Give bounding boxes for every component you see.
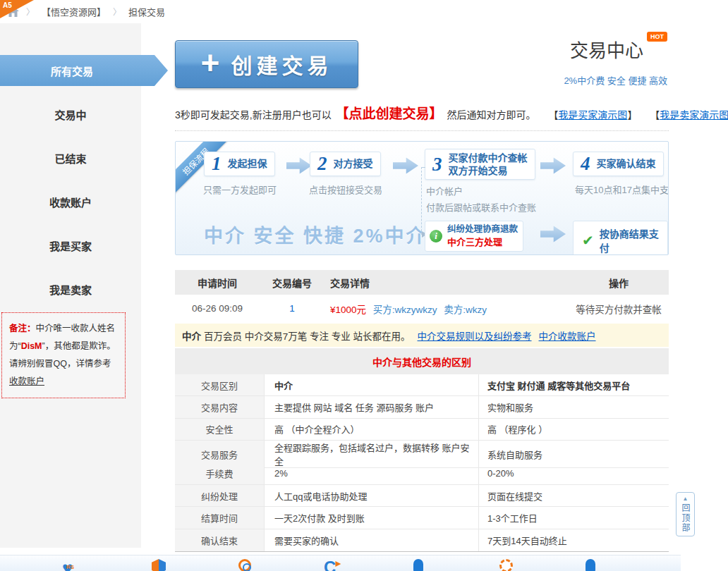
table-row: 交易区别 中介 支付宝 财付通 威客等其他交易平台 [175,374,669,396]
sidebar: 所有交易 交易中 已结束 收款账户 我是买家 我是卖家 备注：中介唯一收款人姓名… [0,23,141,548]
trade-id-link[interactable]: 1 [260,303,324,314]
transactions-table: 申请时间 交易编号 交易详情 操作 06-26 09:09 1 ¥1000元 买… [175,270,669,322]
create-trade-cta-link[interactable]: 【点此创建交易】 [336,106,443,121]
sidebar-menu: 所有交易 交易中 已结束 收款账户 我是买家 我是卖家 [0,23,141,311]
col-trade-detail: 交易详情 [324,276,569,290]
breadcrumb-separator: 〉 [26,6,35,18]
table-row: 交易内容 主要提供 网站 域名 任务 源码服务 账户 实物和服务 [175,396,669,418]
comparison-section-title: 中介与其他交易的区别 [175,348,669,374]
sidebar-item-trading[interactable]: 交易中 [0,92,141,136]
step-3-caption: 中介帐户 付款后跟帖或联系中介查账 [426,184,567,216]
step-1-box: 1 发起担保 [204,152,275,176]
col-trade-id: 交易编号 [260,276,324,290]
page-subtitle: 2%中介费 安全 便捷 高效 [564,73,667,87]
step-2-box: 2 对方接受 [310,152,381,176]
table-row: 交易服务 全程跟踪服务，包括域名过户，数据转移 账户安全 系统自助服务 [175,441,669,462]
arrow-right-icon [393,156,418,175]
shield-logo-icon[interactable] [152,559,166,571]
partner-footer-bar: ♥RS C [0,555,681,571]
table-row: 06-26 09:09 1 ¥1000元 买方:wkzywkzy 卖方:wkzy… [175,295,669,322]
transactions-table-header: 申请时间 交易编号 交易详情 操作 [175,270,669,295]
create-trade-label: 创建交易 [231,49,332,80]
dispute-handling-box: i 纠纷处理协商退款 中介三方处理 [425,221,523,252]
table-row: 确认结束 需要买家的确认 7天到14天自动终止 [175,529,669,551]
trade-status: 等待买方付款并查帐 [569,302,669,316]
sidebar-item-payment-account[interactable]: 收款账户 [0,180,141,223]
trade-buyer: 买方:wkzywkzy [373,305,437,315]
escrow-process-panel: 担保流程 1 发起担保 只需一方发起即可 2 对方接受 点击按钮接受交易 3 买… [175,141,669,255]
plus-icon: + [201,47,220,79]
breadcrumb: 〉 【悟空资源网】 〉 担保交易 [0,0,728,23]
promo-notice-bar: 中介 百万会员 中介交易7万笔 专注 专业 站长都在用。 中介交易规则以及纠纷参… [175,324,669,347]
step-3-number: 3 [432,155,442,174]
scam-warning-note: 备注：中介唯一收款人姓名为“DisM”，其他都是欺诈。请辨别假冒QQ，详情参考收… [1,312,126,398]
breadcrumb-current-page: 担保交易 [128,5,165,18]
trade-detail: ¥1000元 买方:wkzywkzy 卖方:wkzy [324,302,569,316]
sidebar-item-finished[interactable]: 已结束 [0,136,141,180]
create-trade-button[interactable]: + 创建交易 [175,40,358,88]
settlement-result-box: ✔ 按协商结果支付 [573,221,668,255]
trade-rules-link[interactable]: 中介交易规则以及纠纷参考 [418,329,532,343]
step-4-number: 4 [581,154,590,173]
slogan-text: 中介 安全 快捷 2%中介费 [204,221,423,248]
ring-logo-icon[interactable] [238,559,251,571]
step-1-caption: 只需一方发起即可 [194,183,286,199]
trade-price: ¥1000元 [330,305,366,315]
escrow-account-link[interactable]: 中介收款账户 [539,329,596,343]
step-4-box: 4 买家确认结束 [573,152,664,176]
breadcrumb-site-link[interactable]: 【悟空资源网】 [42,5,106,18]
intro-line: 3秒即可发起交易,新注册用户也可以 【点此创建交易】 然后通知对方即可。 【我是… [175,105,697,124]
heart-logo-icon[interactable]: ♥RS [62,559,73,571]
notice-bold: 中介 [182,329,201,343]
buyer-demo-link[interactable]: 【我是买家演示图】 [548,109,637,121]
info-icon: i [430,230,442,242]
main-content: + 创建交易 交易中心HOT 2%中介费 安全 便捷 高效 3秒即可发起交易,新… [141,23,728,548]
col-action: 操作 [569,276,669,290]
seller-demo-link[interactable]: 【我是卖家演示图】 [650,109,728,121]
sidebar-item-i-am-buyer[interactable]: 我是买家 [0,223,141,267]
trade-seller: 卖方:wkzy [444,305,487,315]
payee-name: DisM [21,341,42,351]
hot-badge: HOT [647,32,667,42]
up-triangle-icon: ▲ [683,496,688,502]
pill-logo-icon[interactable] [586,559,595,571]
arrow-right-icon [540,225,566,243]
breadcrumb-separator: 〉 [113,6,121,18]
table-row: 纠纷处理 人工qq或电话协助处理 页面在线提交 [175,485,669,507]
trade-time: 06-26 09:09 [175,303,260,314]
table-row: 安全性 高 （中介全程介入） 高 （程序化 ） [175,419,669,441]
arrow-right-icon [540,156,566,175]
check-icon: ✔ [582,233,594,247]
table-row: 手续费 2% 0-20% [175,463,669,485]
step-4-caption: 每天10点和17点集中支付 [575,183,669,199]
c-logo-icon[interactable]: C [324,559,336,571]
col-apply-time: 申请时间 [175,276,260,290]
step-2-number: 2 [317,154,327,173]
step-3-box: 3 买家付款中介查帐 双方开始交易 [425,149,535,180]
step-1-number: 1 [212,154,222,173]
trade-center-header: 交易中心HOT 2%中介费 安全 便捷 高效 [564,36,667,87]
table-row: 结算时间 一天2次付款 及时到账 1-3个工作日 [175,507,669,529]
comparison-table: 交易区别 中介 支付宝 财付通 威客等其他交易平台 交易内容 主要提供 网站 域… [175,374,669,552]
step-2-caption: 点击按钮接受交易 [300,183,392,199]
pill-logo-icon[interactable] [413,559,423,571]
sidebar-item-all-trades[interactable]: 所有交易 [0,55,168,86]
payment-account-link[interactable]: 收款账户 [9,376,44,386]
page-title: 交易中心 [570,36,643,62]
back-to-top-button[interactable]: ▲ 回顶部 [676,492,695,536]
sidebar-item-i-am-seller[interactable]: 我是卖家 [0,267,141,311]
arrow-right-icon [286,156,312,175]
divider [175,130,669,131]
note-label: 备注： [9,324,36,333]
gear-logo-icon[interactable] [499,559,513,571]
